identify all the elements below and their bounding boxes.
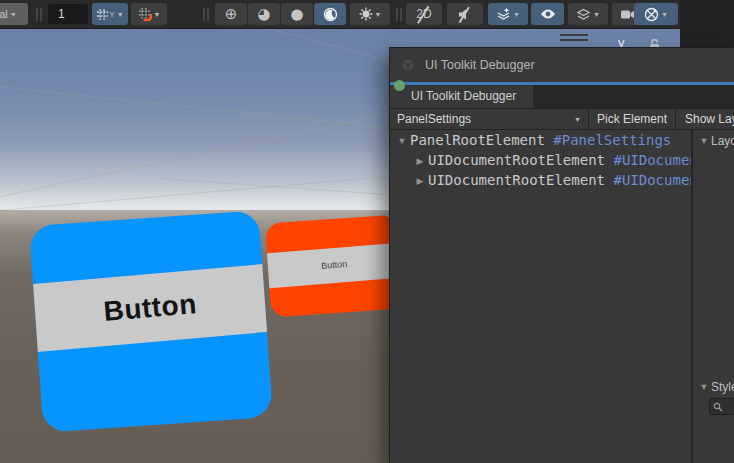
button-label-band: Button	[29, 263, 273, 353]
element-tree: ▼PanelRootElement #PanelSettings ▶UIDocu…	[390, 130, 691, 463]
world-space-button-orange[interactable]: Button	[265, 215, 403, 318]
effects-burst-icon	[359, 7, 373, 21]
shading-solid-button[interactable]: ●	[281, 3, 313, 25]
grid-snap-icon	[96, 8, 109, 21]
tab-status-dot	[394, 80, 405, 91]
audio-mute-icon	[458, 8, 472, 21]
scene-lighting-button[interactable]	[314, 3, 346, 25]
chevron-down-icon: ▼	[375, 11, 382, 18]
tree-row-panel-root[interactable]: ▼PanelRootElement #PanelSettings	[390, 130, 691, 150]
world-space-button-blue[interactable]: Button	[29, 210, 273, 433]
section-label: Layout	[711, 134, 734, 148]
grid-size-field[interactable]: 1	[48, 4, 88, 24]
magnet-icon	[138, 7, 152, 21]
sphere-solid-icon: ●	[290, 7, 303, 22]
foldout-closed-icon[interactable]: ▶	[412, 151, 428, 171]
element-type: PanelRootElement	[410, 132, 545, 148]
snap-settings-button[interactable]: ▼	[131, 3, 167, 25]
chevron-down-icon: ▼	[117, 11, 124, 18]
shading-wireframe-button[interactable]: ⊕	[215, 3, 247, 25]
2d-toggle-icon: 2D	[416, 7, 431, 21]
foldout-open-icon: ▼	[697, 382, 711, 392]
pivot-label: al	[0, 8, 8, 20]
button-label: Button	[102, 288, 198, 328]
camera-icon	[620, 9, 635, 20]
scene-visibility-button[interactable]	[531, 3, 564, 25]
2d-view-toggle[interactable]: 2D	[406, 3, 442, 25]
layers-button[interactable]: ▼	[568, 3, 608, 25]
ui-toolkit-debugger-window: UI Toolkit Debugger UI Toolkit Debugger …	[390, 48, 734, 463]
overlay-drag-handle[interactable]	[560, 34, 588, 41]
sphere-wire-icon: ⊕	[225, 7, 238, 22]
tab-ui-toolkit-debugger[interactable]: UI Toolkit Debugger	[390, 85, 533, 108]
chevron-down-icon: ▼	[154, 11, 161, 18]
shading-shaded-wire-button[interactable]: ◕	[248, 3, 280, 25]
chevron-down-icon: ▼	[661, 11, 668, 18]
chevron-down-icon: ▼	[513, 11, 520, 18]
toolbar-drag-handle[interactable]	[36, 8, 42, 21]
button-label-band: Button	[265, 242, 403, 288]
chevron-down-icon: ▼	[10, 11, 17, 18]
element-id: #UIDocument	[613, 152, 691, 168]
element-type: UIDocumentRootElement	[428, 152, 605, 168]
pick-element-label: Pick Element	[597, 112, 667, 126]
show-layout-label: Show Layout	[685, 112, 734, 126]
moon-icon	[323, 7, 338, 22]
inspector-pane: ▼Layout ▼Styles	[693, 130, 734, 463]
styles-section-header[interactable]: ▼Styles	[697, 380, 734, 394]
editor-chrome-corner	[680, 0, 734, 48]
grid-visibility-button[interactable]: Y ▼	[92, 3, 128, 25]
element-id: #UIDocument	[613, 172, 691, 188]
panel-select-dropdown[interactable]: PanelSettings ▼	[390, 109, 589, 129]
toolbar-drag-handle[interactable]	[396, 8, 402, 21]
window-title: UI Toolkit Debugger	[425, 58, 535, 72]
debugger-content: ▼PanelRootElement #PanelSettings ▶UIDocu…	[390, 130, 734, 463]
tab-bar: UI Toolkit Debugger	[390, 85, 734, 108]
pick-element-button[interactable]: Pick Element	[589, 109, 676, 129]
foldout-closed-icon[interactable]: ▶	[412, 171, 428, 191]
debugger-toolbar: PanelSettings ▼ Pick Element Show Layout	[390, 108, 734, 130]
grid-size-value: 1	[58, 7, 65, 21]
window-titlebar[interactable]: UI Toolkit Debugger	[390, 48, 734, 82]
chevron-down-icon: ▼	[593, 11, 600, 18]
unity-editor: al ▼ 1 Y ▼ ▼ ⊕ ◕ ●	[0, 0, 734, 463]
layout-section-header[interactable]: ▼Layout	[697, 134, 734, 148]
search-icon	[713, 402, 723, 412]
panel-dropdown-value: PanelSettings	[397, 112, 574, 126]
pivot-orientation-dropdown[interactable]: al ▼	[0, 3, 28, 25]
sphere-shaded-icon: ◕	[257, 7, 270, 22]
element-id: #PanelSettings	[553, 132, 671, 148]
foldout-open-icon: ▼	[697, 136, 711, 146]
audio-toggle[interactable]	[447, 3, 483, 25]
tab-label: UI Toolkit Debugger	[411, 89, 516, 103]
element-type: UIDocumentRootElement	[428, 172, 605, 188]
scene-toolbar: al ▼ 1 Y ▼ ▼ ⊕ ◕ ●	[0, 0, 680, 29]
effects-dropdown-button[interactable]: ▼	[488, 3, 528, 25]
layers-stack-icon	[576, 8, 591, 21]
show-layout-button[interactable]: Show Layout	[676, 109, 734, 129]
foldout-open-icon[interactable]: ▼	[394, 131, 410, 151]
gizmo-orbit-icon	[644, 7, 659, 22]
styles-search-input[interactable]	[709, 398, 734, 415]
gizmos-button[interactable]: ▼	[634, 3, 678, 25]
cube-icon	[400, 57, 416, 73]
layers-star-icon	[496, 7, 511, 21]
tree-row-uidocument-1[interactable]: ▶UIDocumentRootElement #UIDocument	[390, 150, 691, 170]
toolbar-drag-handle[interactable]	[203, 8, 209, 21]
scene-effects-button[interactable]: ▼	[350, 3, 390, 25]
button-label: Button	[321, 259, 348, 271]
chevron-down-icon: ▼	[574, 116, 581, 123]
tree-row-uidocument-2[interactable]: ▶UIDocumentRootElement #UIDocument	[390, 170, 691, 190]
section-label: Styles	[711, 380, 734, 394]
grid-axis-label: Y	[109, 10, 114, 19]
eye-icon	[540, 8, 556, 20]
